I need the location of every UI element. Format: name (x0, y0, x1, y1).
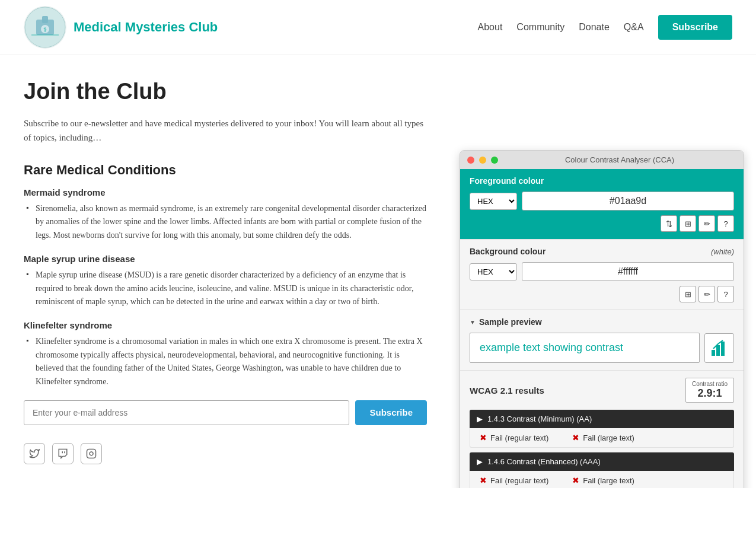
instagram-icon[interactable] (81, 443, 102, 464)
contrast-ratio-value: 2.9:1 (692, 387, 728, 400)
window-maximize-dot[interactable] (491, 157, 498, 164)
bg-help-icon[interactable]: ? (717, 286, 734, 302)
criterion-1-4-6: ▶ 1.4.6 Contrast (Enhanced) (AAA) ✖ Fail… (470, 452, 734, 488)
email-form: Subscribe (24, 400, 427, 425)
foreground-section: Foreground colour HEX RGB HSL ⇅ ⊞ ✏ ? (460, 169, 744, 239)
preview-label: Sample preview (470, 317, 734, 327)
bg-input-row: HEX RGB HSL (470, 262, 734, 281)
condition-title-0: Mermaid syndrome (24, 187, 427, 197)
email-input[interactable] (24, 400, 349, 425)
svg-rect-8 (712, 350, 715, 356)
criterion-1-4-3: ▶ 1.4.3 Contrast (Minimum) (AA) ✖ Fail (… (470, 410, 734, 448)
nav-qa[interactable]: Q&A (624, 22, 644, 33)
contrast-ratio-box: Contrast ratio 2.9:1 (685, 378, 734, 403)
window-close-dot[interactable] (467, 157, 474, 164)
main-nav: About Community Donate Q&A Subscribe (478, 15, 732, 40)
social-icons (24, 443, 427, 464)
criterion-1-4-6-header[interactable]: ▶ 1.4.6 Contrast (Enhanced) (AAA) (470, 452, 734, 471)
fg-settings-icon[interactable]: ⊞ (680, 215, 696, 232)
bg-label-row: Background colour (white) (470, 247, 734, 256)
page-content: Join the Club Subscribe to our e-newslet… (24, 79, 427, 464)
logo-image: ⚕ (24, 6, 66, 49)
condition-maple: Maple syrup urine disease Maple syrup ur… (24, 254, 427, 308)
criterion-1-4-6-fail-regular: ✖ Fail (regular text) (480, 476, 548, 485)
svg-rect-6 (87, 449, 96, 458)
fg-hex-input[interactable] (522, 192, 734, 211)
fail-icon-1: ✖ (572, 433, 579, 442)
fg-label: Foreground colour (470, 176, 734, 186)
cca-panel: Colour Contrast Analyser (CCA) Foregroun… (460, 150, 744, 488)
fg-eyedropper-icon[interactable]: ✏ (698, 215, 715, 232)
condition-desc-1: Maple syrup urine disease (MSUD) is a ra… (24, 269, 427, 308)
twitch-icon[interactable] (52, 443, 74, 464)
criterion-1-4-3-label: 1.4.3 Contrast (Minimum) (AA) (487, 414, 592, 423)
nav-about[interactable]: About (478, 22, 503, 33)
site-title: Medical Mysteries Club (74, 20, 218, 35)
cca-window-title: Colour Contrast Analyser (CCA) (503, 155, 736, 164)
wcag-section: WCAG 2.1 results Contrast ratio 2.9:1 ▶ … (460, 370, 744, 488)
nav-donate[interactable]: Donate (579, 22, 610, 33)
bg-hex-input[interactable] (522, 262, 734, 281)
condition-desc-2: Klinefelter syndrome is a chromosomal va… (24, 335, 427, 388)
chart-view-button[interactable] (704, 333, 734, 363)
condition-desc-0: Sirenomelia, also known as mermaid syndr… (24, 202, 427, 242)
bg-settings-icon[interactable]: ⊞ (680, 286, 696, 302)
twitter-icon[interactable] (24, 443, 45, 464)
cca-titlebar: Colour Contrast Analyser (CCA) (460, 151, 744, 169)
bg-white-label: (white) (711, 247, 734, 256)
condition-title-2: Klinefelter syndrome (24, 320, 427, 330)
fail-icon-3: ✖ (572, 476, 579, 485)
bg-eyedropper-icon[interactable]: ✏ (698, 286, 715, 302)
example-text: example text showing contrast (470, 333, 700, 363)
fail-icon-2: ✖ (480, 476, 487, 485)
preview-section: Sample preview example text showing cont… (460, 310, 744, 370)
conditions-section-title: Rare Medical Conditions (24, 162, 427, 178)
background-section: Background colour (white) HEX RGB HSL ⊞ … (460, 239, 744, 310)
intro-paragraph: Subscribe to our e-newsletter and have m… (24, 116, 427, 145)
criterion-1-4-3-fail-regular: ✖ Fail (regular text) (480, 433, 548, 442)
page-title: Join the Club (24, 79, 427, 104)
fg-swap-icon[interactable]: ⇅ (661, 215, 677, 232)
criterion-1-4-6-results: ✖ Fail (regular text) ✖ Fail (large text… (470, 471, 734, 488)
nav-community[interactable]: Community (516, 22, 564, 33)
criterion-1-4-6-toggle: ▶ (477, 457, 483, 466)
criterion-1-4-3-header[interactable]: ▶ 1.4.3 Contrast (Minimum) (AA) (470, 410, 734, 428)
fail-icon-0: ✖ (480, 433, 487, 442)
logo-svg: ⚕ (24, 7, 66, 48)
criterion-1-4-3-fail-large: ✖ Fail (large text) (572, 433, 634, 442)
condition-title-1: Maple syrup urine disease (24, 254, 427, 264)
logo-area: ⚕ Medical Mysteries Club (24, 6, 218, 49)
fg-format-select[interactable]: HEX RGB HSL (470, 193, 517, 210)
wcag-header: WCAG 2.1 results Contrast ratio 2.9:1 (470, 378, 734, 403)
subscribe-button[interactable]: Subscribe (355, 400, 427, 425)
criterion-1-4-6-label: 1.4.6 Contrast (Enhanced) (AAA) (487, 457, 601, 466)
bg-format-select[interactable]: HEX RGB HSL (470, 263, 517, 280)
chart-icon (710, 339, 728, 357)
fg-input-row: HEX RGB HSL (470, 192, 734, 211)
header-subscribe-button[interactable]: Subscribe (658, 15, 732, 40)
wcag-title: WCAG 2.1 results (470, 385, 544, 396)
svg-rect-2 (42, 16, 48, 23)
criterion-1-4-6-fail-large: ✖ Fail (large text) (572, 476, 634, 485)
svg-rect-10 (721, 342, 725, 356)
preview-row: example text showing contrast (470, 333, 734, 363)
bg-tool-icons: ⊞ ✏ ? (470, 286, 734, 302)
svg-rect-9 (716, 345, 720, 356)
bg-label: Background colour (470, 247, 546, 256)
svg-text:⚕: ⚕ (43, 26, 47, 33)
condition-mermaid: Mermaid syndrome Sirenomelia, also known… (24, 187, 427, 242)
criterion-1-4-3-toggle: ▶ (477, 414, 483, 423)
window-minimize-dot[interactable] (479, 157, 486, 164)
contrast-ratio-label: Contrast ratio (692, 381, 728, 387)
criterion-1-4-3-results: ✖ Fail (regular text) ✖ Fail (large text… (470, 428, 734, 448)
fg-help-icon[interactable]: ? (717, 215, 734, 232)
site-header: ⚕ Medical Mysteries Club About Community… (0, 0, 756, 55)
condition-klinefelter: Klinefelter syndrome Klinefelter syndrom… (24, 320, 427, 388)
fg-tool-icons: ⇅ ⊞ ✏ ? (470, 215, 734, 232)
main-content: Join the Club Subscribe to our e-newslet… (0, 55, 756, 488)
